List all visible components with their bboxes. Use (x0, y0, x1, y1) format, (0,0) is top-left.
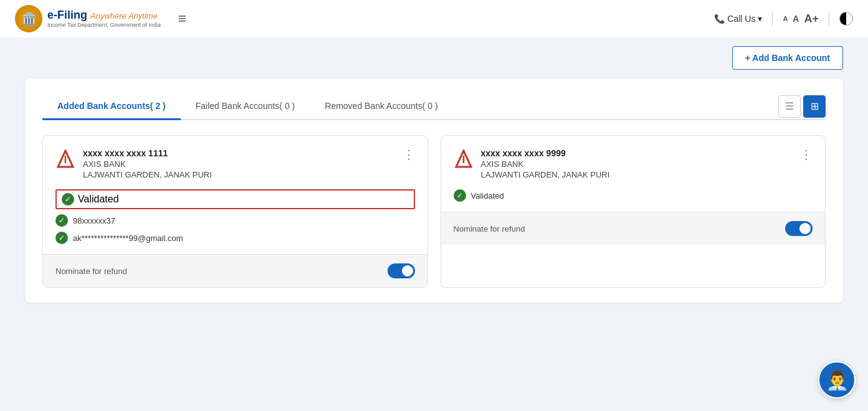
logo-area: 🏛️ e-Filing Anywhere Anytime Income Tax … (15, 5, 161, 32)
logo-tagline: Anywhere Anytime (90, 11, 158, 21)
font-controls: A A A+ (783, 12, 819, 26)
header-left: 🏛️ e-Filing Anywhere Anytime Income Tax … (15, 5, 186, 32)
call-us-button[interactable]: 📞 Call Us ▾ (714, 14, 762, 24)
bank-card-2: xxxx xxxx xxxx 9999 AXIS BANK LAJWANTI G… (441, 135, 826, 288)
validated-label-1: Validated (78, 194, 119, 205)
bank-card-1-menu-button[interactable]: ⋮ (403, 148, 415, 161)
phone-status-1: ✓ 98xxxxxx37 (55, 214, 415, 227)
logo-emblem: 🏛️ (15, 5, 42, 32)
bank-card-2-status: ✓ Validated (454, 189, 813, 202)
tabs-left: Added Bank Accounts( 2 ) Failed Bank Acc… (42, 93, 453, 119)
bank-card-2-footer: Nominate for refund (441, 212, 826, 245)
logo-subtitle: Income Tax Department, Government of Ind… (47, 22, 161, 29)
divider-1 (772, 11, 773, 26)
validated-check-icon-1: ✓ (62, 193, 74, 206)
header-right: 📞 Call Us ▾ A A A+ (714, 11, 853, 26)
font-small-button[interactable]: A (783, 15, 788, 22)
email-status-1: ✓ ak***************99@gmail.com (55, 232, 415, 244)
tab-removed-bank-accounts[interactable]: Removed Bank Accounts( 0 ) (310, 93, 452, 120)
bank-card-2-body: xxxx xxxx xxxx 9999 AXIS BANK LAJWANTI G… (441, 136, 826, 212)
nominate-toggle-1[interactable] (388, 263, 415, 278)
header: 🏛️ e-Filing Anywhere Anytime Income Tax … (0, 0, 868, 37)
bank-card-1-details: xxxx xxxx xxxx 1111 AXIS BANK LAJWANTI G… (83, 148, 212, 179)
bank-card-1: xxxx xxxx xxxx 1111 AXIS BANK LAJWANTI G… (42, 135, 428, 288)
bank-card-1-status: ✓ Validated ✓ 98xxxxxx37 ✓ ak***********… (55, 189, 415, 244)
contrast-toggle-button[interactable] (839, 12, 853, 26)
account-number-2: xxxx xxxx xxxx 9999 (481, 148, 610, 158)
bank-card-1-body: xxxx xxxx xxxx 1111 AXIS BANK LAJWANTI G… (43, 136, 427, 254)
phone-check-icon-1: ✓ (55, 214, 68, 227)
view-toggle: ☰ ⊞ (778, 95, 826, 118)
bank-card-2-info: xxxx xxxx xxxx 9999 AXIS BANK LAJWANTI G… (454, 148, 610, 179)
email-value-1: ak***************99@gmail.com (73, 234, 183, 243)
bank-card-2-header: xxxx xxxx xxxx 9999 AXIS BANK LAJWANTI G… (454, 148, 813, 179)
bank-card-2-menu-button[interactable]: ⋮ (800, 148, 813, 161)
logo-text: e-Filing Anywhere Anytime Income Tax Dep… (47, 9, 161, 29)
bank-accounts-card: Added Bank Accounts( 2 ) Failed Bank Acc… (25, 78, 843, 303)
add-bank-account-button[interactable]: + Add Bank Account (732, 46, 843, 70)
font-large-button[interactable]: A+ (804, 12, 819, 26)
logo-title: e-Filing Anywhere Anytime (47, 9, 161, 22)
bank-name-1: AXIS BANK (83, 159, 212, 169)
phone-icon: 📞 (714, 14, 725, 24)
divider-2 (829, 11, 829, 26)
call-us-chevron: ▾ (758, 14, 762, 24)
nominate-label-1: Nominate for refund (55, 267, 127, 276)
main-content: Added Bank Accounts( 2 ) Failed Bank Acc… (0, 78, 868, 328)
nominate-toggle-2[interactable] (785, 221, 813, 236)
tabs-row: Added Bank Accounts( 2 ) Failed Bank Acc… (42, 93, 826, 120)
validated-highlight-box-1: ✓ Validated (55, 189, 415, 209)
bank-card-1-info: xxxx xxxx xxxx 1111 AXIS BANK LAJWANTI G… (55, 148, 212, 179)
grid-view-button[interactable]: ⊞ (803, 95, 826, 118)
email-check-icon-1: ✓ (55, 232, 68, 244)
list-view-icon: ☰ (785, 100, 794, 112)
nominate-label-2: Nominate for refund (454, 224, 525, 234)
account-number-1: xxxx xxxx xxxx 1111 (83, 148, 212, 158)
hamburger-icon[interactable]: ≡ (178, 11, 186, 27)
call-us-label: Call Us (727, 14, 755, 24)
bank-branch-2: LAJWANTI GARDEN, JANAK PURI (481, 170, 610, 179)
font-medium-button[interactable]: A (793, 14, 799, 24)
bank-card-2-details: xxxx xxxx xxxx 9999 AXIS BANK LAJWANTI G… (481, 148, 610, 179)
bank-branch-1: LAJWANTI GARDEN, JANAK PURI (83, 170, 212, 179)
tab-failed-bank-accounts[interactable]: Failed Bank Accounts( 0 ) (181, 93, 310, 120)
bank-name-2: AXIS BANK (481, 159, 610, 169)
validated-label-2: Validated (471, 191, 504, 201)
validated-status-2: ✓ Validated (454, 189, 813, 202)
list-view-button[interactable]: ☰ (778, 95, 801, 118)
axis-bank-logo-1 (55, 149, 75, 169)
bank-card-1-header: xxxx xxxx xxxx 1111 AXIS BANK LAJWANTI G… (55, 148, 415, 179)
axis-bank-logo-2 (454, 149, 474, 169)
validated-check-icon-2: ✓ (454, 189, 466, 202)
avatar-icon: 👨‍💼 (826, 369, 849, 391)
bank-card-1-footer: Nominate for refund (43, 254, 427, 287)
tab-added-bank-accounts[interactable]: Added Bank Accounts( 2 ) (42, 93, 181, 120)
bank-cards-grid: xxxx xxxx xxxx 1111 AXIS BANK LAJWANTI G… (42, 135, 826, 288)
phone-value-1: 98xxxxxx37 (73, 216, 115, 225)
action-bar: + Add Bank Account (0, 37, 868, 78)
grid-view-icon: ⊞ (811, 100, 819, 112)
help-avatar-button[interactable]: 👨‍💼 (818, 361, 856, 399)
